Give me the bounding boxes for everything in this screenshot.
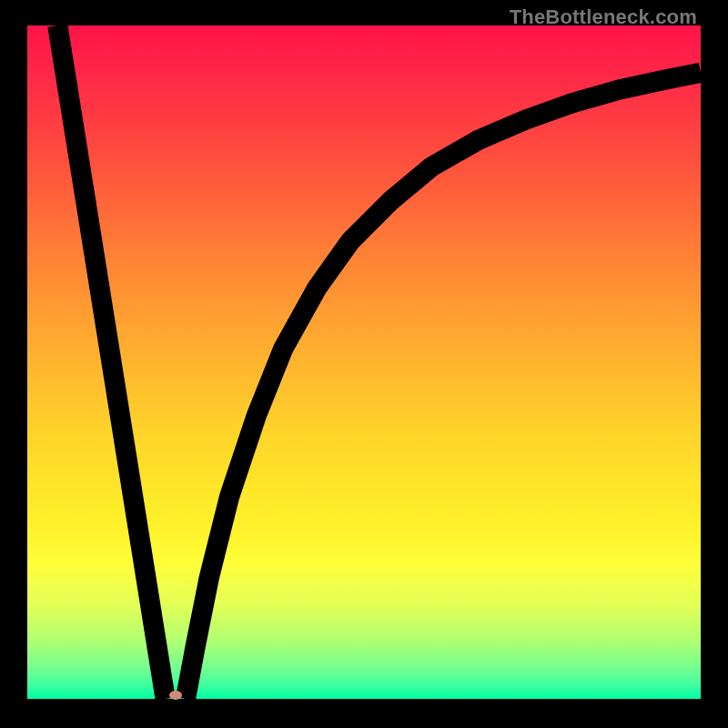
chart-svg xyxy=(27,25,701,699)
chart-frame: TheBottleneck.com xyxy=(0,0,728,728)
series-right-curve xyxy=(186,73,701,699)
series-left-line xyxy=(57,25,165,699)
bottleneck-marker xyxy=(169,691,182,700)
plot-area xyxy=(27,25,701,699)
